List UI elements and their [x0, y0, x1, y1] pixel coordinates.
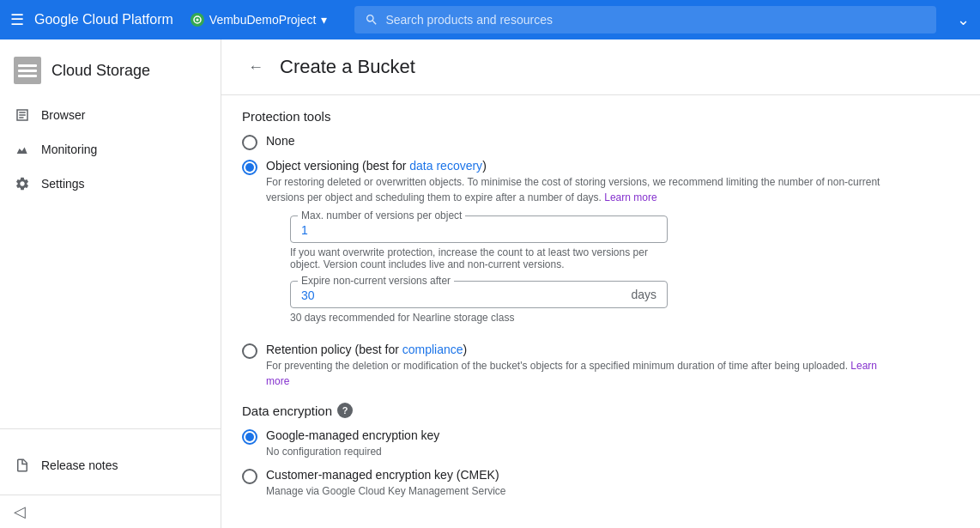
radio-none[interactable]	[242, 135, 257, 150]
versioning-highlight: data recovery	[409, 159, 482, 173]
sidebar-item-monitoring-label: Monitoring	[41, 143, 97, 156]
data-encryption-help-icon[interactable]: ?	[337, 403, 353, 418]
max-versions-field-wrapper: Max. number of versions per object	[290, 215, 668, 243]
data-encryption-section-header: Data encryption ?	[242, 403, 959, 418]
settings-icon	[14, 175, 31, 192]
project-selector[interactable]: VembuDemoProject ▾	[184, 9, 335, 30]
radio-versioning[interactable]	[242, 160, 257, 175]
radio-retention-desc: For preventing the deletion or modificat…	[266, 358, 884, 389]
radio-google-managed-desc: No configuration required	[266, 444, 439, 459]
max-versions-hint: If you want overwrite protection, increa…	[290, 246, 668, 270]
expire-versions-field-group: Expire non-current versions after days 3…	[290, 281, 884, 324]
sidebar: Cloud Storage Browser Monitoring Setting…	[0, 39, 221, 528]
versioning-sub-form: Max. number of versions per object If yo…	[290, 215, 884, 324]
sidebar-item-release-notes[interactable]: Release notes	[14, 450, 207, 481]
sidebar-item-browser-label: Browser	[41, 108, 85, 122]
project-name: VembuDemoProject	[209, 13, 317, 27]
sidebar-header: Cloud Storage	[0, 46, 221, 98]
monitoring-icon	[14, 141, 31, 158]
radio-google-managed-label: Google-managed encryption key	[266, 428, 439, 442]
sidebar-title: Cloud Storage	[51, 62, 150, 80]
protection-tools-heading: Protection tools	[242, 109, 959, 124]
retention-highlight: compliance	[402, 343, 463, 356]
sidebar-item-browser[interactable]: Browser	[0, 98, 221, 132]
radio-option-customer-managed[interactable]: Customer-managed encryption key (CMEK) M…	[242, 468, 959, 499]
max-versions-field-group: Max. number of versions per object If yo…	[290, 215, 884, 270]
sidebar-divider	[0, 428, 221, 429]
radio-customer-managed-content: Customer-managed encryption key (CMEK) M…	[266, 468, 506, 499]
expire-versions-input[interactable]	[301, 288, 656, 302]
radio-customer-managed-label: Customer-managed encryption key (CMEK)	[266, 468, 506, 482]
sidebar-item-settings-label: Settings	[41, 177, 85, 191]
sidebar-item-monitoring[interactable]: Monitoring	[0, 132, 221, 167]
sidebar-item-settings[interactable]: Settings	[0, 167, 221, 201]
radio-versioning-desc: For restoring deleted or overwritten obj…	[266, 174, 884, 205]
content-area: Protection tools None Object versioning …	[221, 95, 980, 528]
expire-versions-suffix: days	[631, 288, 656, 301]
release-notes-icon	[14, 457, 31, 474]
radio-option-retention[interactable]: Retention policy (best for compliance) F…	[242, 343, 959, 389]
data-encryption-heading: Data encryption	[242, 404, 332, 418]
search-placeholder: Search products and resources	[385, 13, 553, 27]
retention-learn-more-link[interactable]: Learn more	[266, 360, 877, 387]
hamburger-menu-icon[interactable]: ☰	[10, 10, 24, 29]
nav-chevron-icon: ⌄	[957, 10, 970, 29]
project-dot-icon	[191, 13, 204, 27]
radio-google-managed[interactable]	[242, 429, 257, 445]
radio-versioning-content: Object versioning (best for data recover…	[266, 159, 884, 334]
search-icon	[365, 13, 378, 27]
radio-option-versioning[interactable]: Object versioning (best for data recover…	[242, 159, 959, 334]
cloud-storage-icon	[14, 57, 41, 84]
max-versions-label: Max. number of versions per object	[298, 209, 465, 222]
project-chevron-icon: ▾	[321, 13, 327, 27]
page-title: Create a Bucket	[280, 56, 415, 78]
radio-customer-managed-desc: Manage via Google Cloud Key Management S…	[266, 483, 506, 499]
expire-versions-hint: 30 days recommended for Nearline storage…	[290, 312, 668, 324]
back-button[interactable]: ←	[242, 53, 269, 81]
radio-retention[interactable]	[242, 343, 257, 359]
nav-right: ⌄	[957, 10, 970, 29]
top-nav: ☰ Google Cloud Platform VembuDemoProject…	[0, 0, 980, 39]
expire-versions-field-wrapper: Expire non-current versions after days	[290, 281, 668, 308]
release-notes-label: Release notes	[41, 458, 118, 472]
radio-google-managed-content: Google-managed encryption key No configu…	[266, 428, 439, 459]
radio-retention-label: Retention policy (best for compliance)	[266, 343, 884, 356]
radio-customer-managed[interactable]	[242, 469, 257, 484]
sidebar-collapse-area: ◁	[0, 495, 221, 528]
sidebar-collapse-button[interactable]: ◁	[14, 503, 26, 520]
main-content: ← Create a Bucket Protection tools None …	[221, 39, 980, 528]
max-versions-input[interactable]	[301, 223, 656, 237]
radio-option-none[interactable]: None	[242, 134, 959, 150]
search-bar[interactable]: Search products and resources	[354, 6, 936, 33]
expire-versions-label: Expire non-current versions after	[298, 275, 454, 287]
radio-retention-content: Retention policy (best for compliance) F…	[266, 343, 884, 389]
radio-none-label: None	[266, 134, 294, 148]
radio-versioning-label: Object versioning (best for data recover…	[266, 159, 884, 173]
browser-icon	[14, 106, 31, 124]
sidebar-bottom: Release notes	[0, 436, 221, 495]
radio-option-google-managed[interactable]: Google-managed encryption key No configu…	[242, 428, 959, 459]
app-title: Google Cloud Platform	[34, 12, 173, 27]
versioning-learn-more-link[interactable]: Learn more	[604, 191, 656, 203]
page-header: ← Create a Bucket	[221, 39, 980, 95]
sidebar-nav: Browser Monitoring Settings	[0, 98, 221, 422]
svg-point-1	[196, 19, 198, 21]
